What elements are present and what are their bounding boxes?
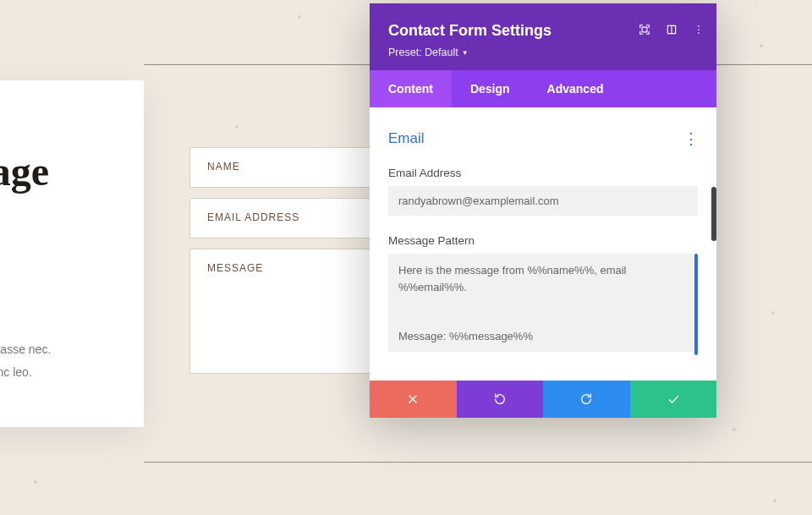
redo-button[interactable] xyxy=(543,381,630,418)
tab-advanced[interactable]: Advanced xyxy=(529,70,623,107)
svg-point-5 xyxy=(699,33,700,34)
panel-body: Email ⋮ Email Address Message Pattern xyxy=(370,107,716,381)
message-pattern-label: Message Pattern xyxy=(388,234,698,247)
contact-form-settings-modal: Contact Form Settings Preset: Default ▼ … xyxy=(370,3,716,418)
chevron-down-icon: ▼ xyxy=(462,49,469,57)
modal-header: Contact Form Settings Preset: Default ▼ xyxy=(370,3,716,70)
expand-icon[interactable] xyxy=(639,24,650,36)
undo-button[interactable] xyxy=(457,381,544,418)
settings-tabs: Content Design Advanced xyxy=(370,70,716,107)
message-pattern-textarea[interactable] xyxy=(388,254,698,352)
section-more-icon[interactable]: ⋮ xyxy=(683,129,698,148)
email-address-label: Email Address xyxy=(388,167,698,179)
confirm-button[interactable] xyxy=(630,381,717,418)
email-address-input[interactable] xyxy=(388,186,698,216)
background-card: sage habitasse nec. s nunc leo. xyxy=(0,80,144,427)
tab-design[interactable]: Design xyxy=(452,70,529,107)
scrollbar-thumb[interactable] xyxy=(711,187,716,241)
tab-content[interactable]: Content xyxy=(370,70,452,107)
page-heading-fragment: sage xyxy=(0,148,110,194)
textarea-focus-indicator xyxy=(694,254,698,355)
cancel-button[interactable] xyxy=(370,381,457,418)
svg-point-4 xyxy=(699,30,700,30)
modal-footer xyxy=(370,381,716,418)
lorem-text: habitasse nec. s nunc leo. xyxy=(0,338,110,383)
svg-rect-0 xyxy=(642,27,647,32)
layout-toggle-icon[interactable] xyxy=(666,24,678,36)
preset-selector[interactable]: Preset: Default ▼ xyxy=(388,47,698,58)
section-title-email: Email xyxy=(388,130,425,147)
svg-point-3 xyxy=(699,26,700,27)
more-menu-icon[interactable] xyxy=(693,24,705,36)
